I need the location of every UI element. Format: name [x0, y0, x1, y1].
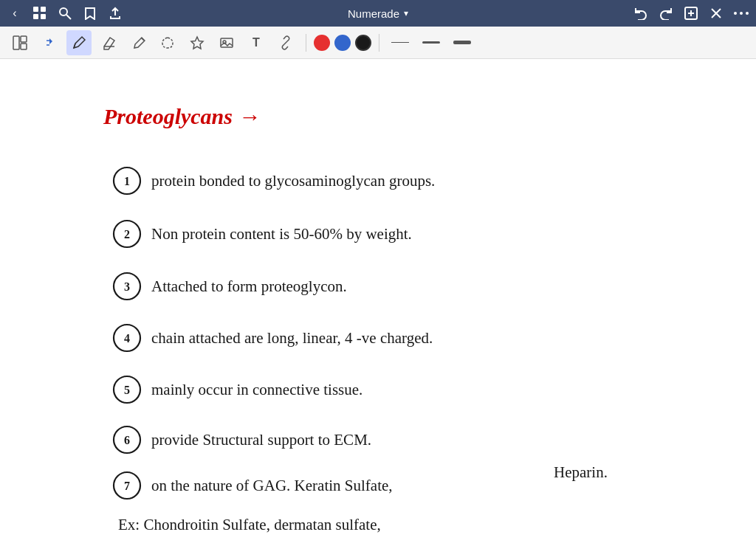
svg-rect-1 — [41, 7, 46, 12]
app-title: Numerade — [348, 7, 399, 20]
svg-point-13 — [746, 12, 749, 15]
image-button[interactable] — [214, 30, 239, 55]
svg-line-25 — [284, 41, 287, 44]
pen-button[interactable] — [66, 30, 92, 55]
svg-point-11 — [734, 12, 737, 15]
search-icon[interactable] — [58, 6, 72, 21]
svg-point-36 — [114, 325, 140, 351]
undo-icon[interactable] — [633, 6, 648, 21]
color-blue[interactable] — [334, 35, 351, 51]
svg-line-5 — [66, 15, 71, 19]
svg-text:Non protein content is  50-60%: Non protein content is 50-60% by weight. — [151, 225, 412, 243]
star-button[interactable] — [185, 30, 210, 55]
title-bar-left: ‹ — [7, 6, 123, 21]
svg-point-27 — [114, 167, 140, 194]
dropdown-arrow[interactable]: ▾ — [404, 8, 408, 18]
separator-1 — [306, 34, 306, 52]
svg-text:5: 5 — [124, 384, 130, 396]
svg-point-45 — [114, 472, 140, 499]
svg-text:Heparin.: Heparin. — [554, 463, 608, 481]
svg-text:chain attached are long, linea: chain attached are long, linear, 4 -ve c… — [151, 329, 433, 347]
svg-rect-3 — [41, 14, 46, 19]
svg-rect-15 — [21, 36, 27, 42]
lasso-button[interactable] — [155, 30, 180, 55]
svg-point-33 — [114, 273, 140, 300]
svg-text:1: 1 — [124, 175, 130, 187]
text-button[interactable]: T — [244, 30, 269, 55]
svg-rect-23 — [221, 38, 233, 47]
svg-rect-16 — [21, 44, 27, 49]
close-icon[interactable] — [709, 6, 724, 21]
svg-text:2: 2 — [124, 228, 130, 241]
svg-point-42 — [114, 426, 140, 453]
canvas-area[interactable]: Proteoglycans → 1 protein bonded to glyc… — [0, 59, 756, 546]
svg-text:Attached to form proteoglycon.: Attached to form proteoglycon. — [151, 277, 347, 295]
svg-point-12 — [740, 12, 743, 15]
more-icon[interactable] — [734, 6, 749, 21]
svg-text:6: 6 — [124, 434, 130, 446]
eraser-button[interactable] — [96, 30, 121, 55]
handwriting-svg: Proteoglycans → 1 protein bonded to glyc… — [0, 59, 756, 546]
add-icon[interactable] — [684, 6, 698, 21]
share-icon[interactable] — [108, 6, 123, 21]
svg-text:Ex:  Chondroitin Sulfate, derm: Ex: Chondroitin Sulfate, dermatan sulfat… — [118, 516, 381, 533]
svg-point-4 — [60, 8, 67, 15]
svg-point-39 — [114, 376, 140, 403]
title-bar: ‹ Numerade ▾ — [0, 0, 756, 27]
svg-text:on the nature of GAG.   Kerati: on the nature of GAG. Keratin Sulfate, — [151, 477, 393, 494]
svg-rect-14 — [13, 36, 19, 49]
svg-text:provide Structural support to : provide Structural support to ECM. — [151, 431, 371, 449]
svg-text:mainly occur in connective tis: mainly occur in connective tissue. — [151, 381, 362, 398]
apps-icon[interactable] — [32, 6, 47, 21]
bluetooth-pen-icon — [37, 30, 62, 55]
line-medium-button[interactable] — [418, 30, 444, 55]
svg-marker-22 — [191, 37, 203, 49]
svg-text:4: 4 — [124, 332, 130, 345]
highlighter-button[interactable] — [126, 30, 151, 55]
line-thin-button[interactable] — [387, 30, 413, 55]
panels-button[interactable] — [7, 30, 32, 55]
redo-icon[interactable] — [659, 6, 673, 21]
svg-text:3: 3 — [124, 280, 130, 293]
title-bar-center: Numerade ▾ — [348, 7, 408, 20]
link-button[interactable] — [273, 30, 298, 55]
svg-text:protein bonded to glycosaminog: protein bonded to glycosaminoglycan grou… — [151, 172, 435, 190]
bookmark-icon[interactable] — [83, 6, 97, 21]
svg-rect-0 — [33, 7, 38, 12]
line-thick-button[interactable] — [449, 30, 475, 55]
svg-point-30 — [114, 221, 140, 247]
back-icon[interactable]: ‹ — [7, 6, 22, 21]
color-black[interactable] — [355, 35, 371, 51]
color-red[interactable] — [314, 35, 330, 51]
svg-text:Proteoglycans →: Proteoglycans → — [103, 104, 260, 128]
separator-2 — [379, 34, 379, 52]
svg-text:7: 7 — [124, 480, 130, 492]
svg-rect-2 — [33, 14, 38, 19]
toolbar: T — [0, 27, 756, 59]
title-bar-right — [633, 6, 749, 21]
